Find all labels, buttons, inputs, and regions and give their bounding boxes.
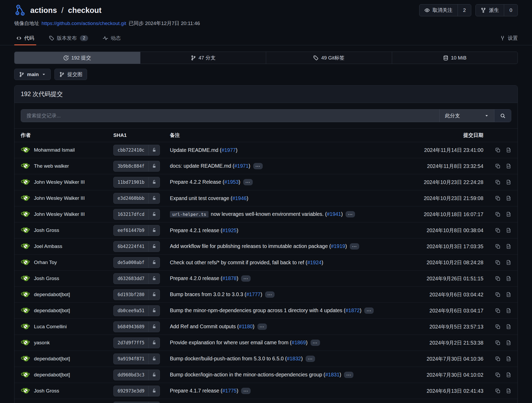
fork-button[interactable]: 派生 — [476, 4, 504, 16]
avatar[interactable] — [21, 193, 30, 203]
copy-sha-button[interactable] — [495, 163, 500, 169]
browse-source-button[interactable] — [506, 260, 511, 265]
copy-sha-button[interactable] — [495, 196, 500, 201]
issue-link[interactable]: #1971 — [234, 163, 249, 169]
browse-source-button[interactable] — [506, 244, 511, 249]
mirror-url-link[interactable]: https://github.com/actions/checkout.git — [42, 21, 126, 26]
browse-source-button[interactable] — [506, 292, 511, 297]
avatar[interactable] — [21, 370, 30, 380]
issue-link[interactable]: #1924 — [307, 260, 321, 265]
expand-message-button[interactable]: ··· — [344, 372, 353, 378]
author-name[interactable]: Mohammad Ismail — [34, 147, 75, 153]
author-name[interactable]: Josh Gross — [34, 227, 59, 233]
watch-count[interactable]: 2 — [458, 4, 471, 16]
avatar[interactable] — [21, 177, 30, 187]
sha-badge[interactable]: 3b9b8c884f — [113, 161, 160, 172]
sha-badge[interactable]: d632683dd7 — [113, 273, 160, 284]
avatar[interactable] — [21, 161, 30, 171]
branch-selector[interactable]: main — [14, 69, 51, 80]
issue-link[interactable]: #1775 — [222, 388, 236, 394]
avatar[interactable] — [21, 258, 30, 267]
copy-sha-button[interactable] — [495, 212, 500, 217]
author-name[interactable]: The web walker — [34, 163, 69, 169]
sha-badge[interactable]: dd960bd3c3 — [113, 370, 160, 380]
commit-search-button[interactable] — [494, 110, 511, 122]
author-name[interactable]: dependabot[bot] — [34, 372, 70, 378]
expand-message-button[interactable]: ··· — [243, 179, 253, 185]
avatar[interactable] — [21, 386, 30, 396]
stat-commits[interactable]: 192 提交 — [14, 52, 140, 64]
copy-sha-button[interactable] — [495, 244, 500, 249]
issue-link[interactable]: #1869 — [292, 340, 306, 345]
commit-graph-button[interactable]: 提交图 — [54, 69, 87, 80]
copy-sha-button[interactable] — [495, 228, 500, 233]
author-name[interactable]: John Wesley Walker III — [34, 211, 85, 217]
issue-link[interactable]: #1953 — [224, 179, 239, 185]
avatar[interactable] — [21, 290, 30, 299]
avatar[interactable] — [21, 210, 30, 219]
issue-link[interactable]: #1946 — [232, 195, 246, 201]
issue-link[interactable]: #1919 — [331, 243, 345, 249]
expand-message-button[interactable]: ··· — [253, 163, 263, 169]
sha-badge[interactable]: 2d7d9f7ff5 — [113, 337, 160, 348]
fork-count[interactable]: 0 — [504, 4, 518, 16]
copy-sha-button[interactable] — [495, 356, 500, 361]
sha-badge[interactable]: 6ccd57f4c5 — [113, 402, 160, 403]
issue-link[interactable]: #1180 — [239, 324, 253, 329]
repo-owner-link[interactable]: actions — [30, 6, 57, 15]
author-name[interactable]: Orhan Toy — [34, 260, 57, 265]
sha-badge[interactable]: 11bd71901b — [113, 177, 160, 188]
avatar[interactable] — [21, 354, 30, 364]
commit-search-input[interactable] — [21, 110, 439, 122]
expand-message-button[interactable]: ··· — [364, 307, 374, 314]
author-name[interactable]: Josh Gross — [34, 276, 59, 281]
expand-message-button[interactable]: ··· — [241, 388, 251, 394]
expand-message-button[interactable]: ··· — [311, 340, 320, 346]
avatar[interactable] — [21, 145, 30, 155]
sha-badge[interactable]: 6d193bf280 — [113, 289, 160, 300]
issue-link[interactable]: #1977 — [221, 147, 236, 153]
sha-badge[interactable]: 692973e3d9 — [113, 386, 160, 396]
browse-source-button[interactable] — [506, 276, 511, 281]
avatar[interactable] — [21, 242, 30, 251]
browse-source-button[interactable] — [506, 147, 511, 153]
copy-sha-button[interactable] — [495, 276, 500, 281]
author-name[interactable]: John Wesley Walker III — [34, 195, 85, 201]
sha-badge[interactable]: b684943689 — [113, 321, 160, 332]
author-name[interactable]: Josh Gross — [34, 388, 59, 394]
browse-source-button[interactable] — [506, 196, 511, 201]
issue-link[interactable]: #1925 — [222, 227, 236, 233]
expand-message-button[interactable]: ··· — [257, 324, 267, 330]
browse-source-button[interactable] — [506, 163, 511, 169]
avatar[interactable] — [21, 306, 30, 315]
copy-sha-button[interactable] — [495, 260, 500, 265]
author-name[interactable]: dependabot[bot] — [34, 308, 70, 314]
expand-message-button[interactable]: ··· — [306, 356, 315, 362]
browse-source-button[interactable] — [506, 324, 511, 329]
browse-source-button[interactable] — [506, 388, 511, 394]
browse-source-button[interactable] — [506, 356, 511, 361]
browse-source-button[interactable] — [506, 228, 511, 233]
sha-badge[interactable]: db0cee9a51 — [113, 305, 160, 316]
copy-sha-button[interactable] — [495, 372, 500, 377]
avatar[interactable] — [21, 338, 30, 347]
issue-link[interactable]: #1831 — [325, 372, 340, 377]
copy-sha-button[interactable] — [495, 308, 500, 313]
expand-message-button[interactable]: ··· — [241, 275, 251, 282]
stat-size[interactable]: 10 MiB — [392, 52, 518, 64]
tab-code[interactable]: 代码 — [14, 31, 36, 45]
author-name[interactable]: dependabot[bot] — [34, 292, 70, 297]
expand-message-button[interactable]: ··· — [265, 291, 275, 298]
unwatch-button[interactable]: 取消关注 — [419, 4, 458, 16]
author-name[interactable]: dependabot[bot] — [34, 356, 70, 362]
copy-sha-button[interactable] — [495, 340, 500, 345]
tab-activity[interactable]: 动态 — [101, 31, 123, 45]
author-name[interactable]: Luca Comellini — [34, 324, 67, 330]
stat-branches[interactable]: 47 分支 — [140, 52, 266, 64]
copy-sha-button[interactable] — [495, 324, 500, 329]
sha-badge[interactable]: 6b42224f41 — [113, 241, 160, 252]
avatar[interactable] — [21, 274, 30, 283]
tab-settings[interactable]: 设置 — [500, 31, 518, 45]
browse-source-button[interactable] — [506, 308, 511, 313]
branch-scope-select[interactable]: 此分支 — [439, 110, 494, 122]
